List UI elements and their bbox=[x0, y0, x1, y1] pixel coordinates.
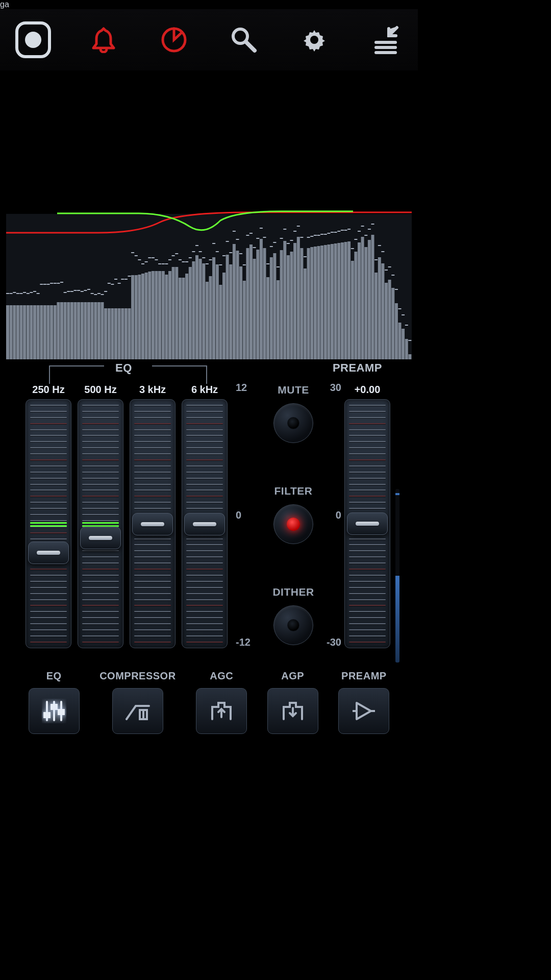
svg-rect-248 bbox=[405, 325, 408, 326]
svg-rect-244 bbox=[391, 275, 394, 276]
preamp-thumb[interactable] bbox=[347, 512, 388, 535]
svg-rect-8 bbox=[374, 46, 397, 49]
module-tabs: EQ COMPRESSOR AGC AGP PREAMP bbox=[0, 657, 418, 734]
eq-scale-top: 12 bbox=[236, 382, 251, 394]
svg-rect-138 bbox=[33, 291, 36, 292]
svg-rect-167 bbox=[131, 252, 134, 253]
tab-compressor-button[interactable] bbox=[112, 688, 163, 734]
eq-sliders: 250 Hz 500 Hz 3 kHz 6 kHz bbox=[26, 382, 228, 648]
svg-rect-175 bbox=[158, 263, 161, 264]
svg-rect-188 bbox=[202, 257, 205, 258]
svg-rect-142 bbox=[47, 284, 50, 285]
svg-rect-139 bbox=[37, 293, 40, 294]
svg-rect-194 bbox=[222, 255, 226, 256]
svg-rect-203 bbox=[253, 247, 256, 248]
eq-band-1-label: 500 Hz bbox=[78, 382, 123, 397]
eq-band-1-slider[interactable] bbox=[78, 399, 123, 648]
mute-button[interactable] bbox=[273, 403, 313, 443]
eq-band-2-slider[interactable] bbox=[130, 399, 176, 648]
svg-rect-133 bbox=[16, 293, 19, 294]
eq-scale: 12 0 -12 bbox=[236, 382, 251, 648]
tab-agc-label: AGC bbox=[210, 670, 233, 682]
svg-rect-176 bbox=[162, 263, 165, 264]
eq-band-3-slider[interactable] bbox=[182, 399, 228, 648]
preamp-title: PREAMP bbox=[333, 361, 382, 375]
eq-band-0-thumb[interactable] bbox=[28, 542, 69, 564]
gear-icon[interactable] bbox=[296, 22, 332, 58]
svg-rect-172 bbox=[148, 257, 151, 258]
svg-rect-150 bbox=[74, 290, 77, 291]
bell-icon[interactable] bbox=[86, 22, 121, 58]
preamp-scale-mid: 0 bbox=[327, 509, 341, 521]
eq-band-3-label: 6 kHz bbox=[182, 382, 228, 397]
svg-rect-249 bbox=[408, 340, 411, 341]
svg-rect-149 bbox=[70, 291, 73, 292]
search-icon[interactable] bbox=[226, 22, 262, 58]
svg-rect-246 bbox=[398, 308, 402, 309]
eq-scale-mid: 0 bbox=[236, 509, 251, 521]
svg-rect-208 bbox=[270, 246, 273, 247]
svg-rect-165 bbox=[124, 279, 128, 280]
svg-rect-9 bbox=[374, 51, 397, 54]
tab-agp-button[interactable] bbox=[267, 688, 318, 734]
svg-rect-164 bbox=[121, 279, 124, 280]
eq-band-3-thumb[interactable] bbox=[184, 513, 225, 535]
dither-label: DITHER bbox=[272, 586, 314, 598]
dither-button[interactable] bbox=[273, 605, 313, 645]
preamp-scale-bot: -30 bbox=[327, 636, 341, 648]
svg-rect-170 bbox=[141, 263, 144, 264]
svg-rect-132 bbox=[13, 292, 16, 293]
svg-rect-192 bbox=[216, 251, 219, 252]
filter-button[interactable] bbox=[273, 504, 313, 544]
preamp-slider-column: +0.00 bbox=[344, 382, 390, 648]
svg-rect-180 bbox=[175, 253, 178, 254]
pie-chart-icon[interactable] bbox=[156, 22, 192, 58]
svg-rect-163 bbox=[118, 283, 121, 284]
svg-rect-253 bbox=[44, 713, 49, 717]
svg-rect-242 bbox=[385, 270, 388, 271]
tab-agp-label: AGP bbox=[281, 670, 304, 682]
svg-rect-154 bbox=[87, 289, 90, 290]
preamp-value: +0.00 bbox=[344, 382, 390, 397]
svg-rect-143 bbox=[50, 283, 53, 284]
preamp-scale: 30 0 -30 bbox=[327, 382, 341, 648]
svg-rect-130 bbox=[6, 293, 9, 294]
svg-rect-207 bbox=[266, 263, 269, 264]
svg-rect-166 bbox=[128, 276, 131, 277]
svg-rect-171 bbox=[145, 261, 148, 262]
tab-preamp-button[interactable] bbox=[338, 688, 389, 734]
svg-rect-168 bbox=[135, 255, 138, 256]
tab-agc-button[interactable] bbox=[196, 688, 247, 734]
svg-rect-173 bbox=[152, 257, 155, 258]
svg-rect-186 bbox=[195, 245, 198, 246]
eq-band-2-thumb[interactable] bbox=[132, 513, 173, 535]
eq-band-0-slider[interactable] bbox=[26, 399, 71, 648]
svg-rect-137 bbox=[30, 292, 33, 293]
eq-band-0-label: 250 Hz bbox=[26, 382, 71, 397]
spectrum-analyzer[interactable] bbox=[6, 84, 412, 359]
svg-rect-158 bbox=[101, 294, 104, 295]
collapse-icon[interactable] bbox=[367, 22, 403, 58]
svg-rect-153 bbox=[84, 290, 87, 291]
svg-rect-178 bbox=[168, 259, 171, 260]
svg-rect-161 bbox=[111, 284, 114, 285]
eq-curves bbox=[6, 209, 412, 245]
eq-band-1-thumb[interactable] bbox=[80, 527, 121, 549]
svg-point-3 bbox=[310, 36, 318, 44]
output-level-meter bbox=[395, 489, 399, 663]
svg-rect-156 bbox=[94, 294, 97, 295]
tab-eq-button[interactable] bbox=[29, 688, 80, 734]
svg-rect-131 bbox=[10, 293, 13, 294]
preamp-slider[interactable] bbox=[344, 399, 390, 648]
record-button[interactable] bbox=[15, 22, 51, 58]
svg-rect-199 bbox=[239, 253, 242, 254]
svg-rect-183 bbox=[185, 261, 188, 262]
svg-rect-196 bbox=[229, 252, 232, 253]
svg-rect-190 bbox=[209, 259, 212, 260]
svg-rect-134 bbox=[20, 293, 23, 294]
svg-rect-145 bbox=[57, 283, 60, 284]
controls-area: EQ PREAMP 250 Hz 500 Hz 3 kHz 6 kHz bbox=[0, 359, 418, 666]
svg-rect-162 bbox=[114, 279, 117, 280]
svg-rect-240 bbox=[378, 245, 381, 246]
svg-rect-255 bbox=[59, 710, 64, 714]
